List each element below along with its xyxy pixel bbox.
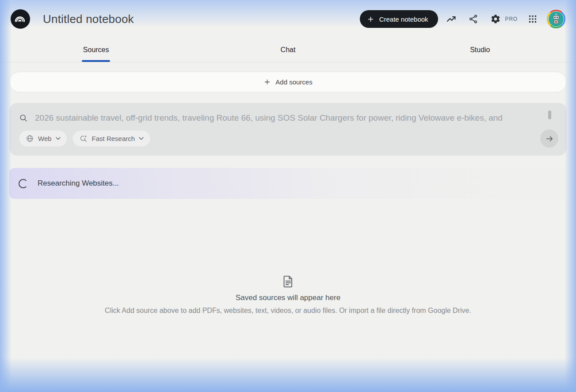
add-sources-button[interactable]: Add sources: [9, 72, 567, 92]
pro-badge: PRO: [505, 16, 518, 22]
plus-icon: [367, 15, 374, 23]
add-sources-label: Add sources: [275, 78, 312, 86]
research-status-banner: Researching Websites...: [9, 168, 567, 199]
search-icon: [19, 114, 28, 123]
web-source-label: Web: [38, 135, 52, 142]
tab-sources[interactable]: Sources: [0, 38, 192, 62]
notebooklm-logo-icon[interactable]: [11, 9, 30, 29]
chevron-down-icon: [56, 137, 61, 140]
panel-tabs: Sources Chat Studio: [0, 38, 576, 62]
trending-up-icon[interactable]: [442, 10, 460, 28]
notebook-title[interactable]: Untitled notebook: [43, 12, 134, 26]
submit-search-button[interactable]: [540, 129, 558, 148]
search-input[interactable]: [35, 113, 535, 123]
research-mode-dropdown[interactable]: Fast Research: [72, 130, 151, 147]
discover-sources-card: Web Fast Research: [9, 103, 567, 156]
search-row: [19, 110, 558, 126]
chevron-down-icon: [139, 137, 144, 140]
tab-sources-label: Sources: [83, 46, 109, 54]
account-avatar[interactable]: [547, 10, 565, 28]
sources-empty-state: Saved sources will appear here Click Add…: [9, 275, 567, 315]
settings-gear-icon[interactable]: [487, 10, 504, 28]
research-mode-label: Fast Research: [92, 135, 135, 142]
empty-state-title: Saved sources will appear here: [9, 293, 567, 302]
header-actions: Create notebook PRO: [360, 10, 565, 28]
sources-panel: Add sources Web: [0, 72, 576, 315]
web-source-dropdown[interactable]: Web: [19, 130, 67, 147]
tab-chat[interactable]: Chat: [192, 38, 384, 62]
globe-icon: [26, 134, 34, 143]
create-notebook-label: Create notebook: [379, 15, 428, 23]
research-sparkle-icon: [79, 134, 88, 143]
empty-state-description: Click Add source above to add PDFs, webs…: [9, 307, 567, 315]
create-notebook-button[interactable]: Create notebook: [360, 10, 438, 28]
header: Untitled notebook Create notebook: [0, 0, 576, 38]
document-icon: [282, 275, 294, 288]
tab-chat-label: Chat: [281, 46, 296, 54]
loading-spinner-icon: [19, 179, 28, 188]
bottom-edge-glow: [0, 358, 576, 392]
avatar-robot-image: [548, 11, 564, 27]
research-status-text: Researching Websites...: [38, 179, 119, 188]
tab-studio-label: Studio: [470, 46, 490, 54]
arrow-right-icon: [545, 134, 554, 143]
plus-icon: [263, 78, 271, 86]
apps-grid-icon[interactable]: [524, 10, 542, 28]
input-scrollbar-thumb[interactable]: [548, 110, 551, 119]
search-tools-row: Web Fast Research: [19, 130, 558, 147]
share-icon[interactable]: [465, 10, 482, 28]
tab-studio[interactable]: Studio: [384, 38, 576, 62]
